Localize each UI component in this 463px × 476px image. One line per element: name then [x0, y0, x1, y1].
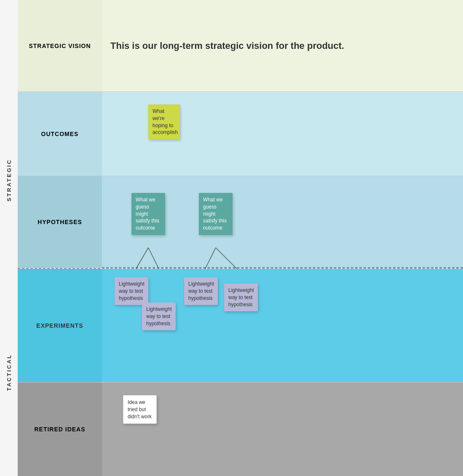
hypotheses-label-text: HYPOTHESES	[37, 219, 82, 225]
retired-label: RETIRED IDEAS	[18, 382, 102, 476]
strategic-label: STRATEGIC	[6, 159, 12, 201]
vision-content: This is our long-term strategic vision f…	[102, 0, 463, 91]
experiments-label: EXPERIMENTS	[18, 269, 102, 382]
experiment-sticky-4-text: Lightweight way to test hypothesis	[228, 287, 254, 308]
outcomes-row: OUTCOMES What we're hoping to accomplish	[18, 92, 463, 176]
app-container: STRATEGIC TACTICAL STRATEGIC VISION This…	[0, 0, 463, 476]
vision-label-text: STRATEGIC VISION	[29, 43, 91, 49]
outcomes-label: OUTCOMES	[18, 92, 102, 176]
retired-label-text: RETIRED IDEAS	[34, 426, 85, 433]
side-strategic-segment: STRATEGIC	[0, 92, 18, 269]
experiment-sticky-4[interactable]: Lightweight way to test hypothesis	[224, 283, 258, 311]
side-spacer	[0, 0, 18, 92]
hypothesis-sticky-1[interactable]: What we guess might satisfy this outcome	[131, 193, 165, 235]
tactical-label: TACTICAL	[6, 354, 12, 391]
outcomes-label-text: OUTCOMES	[41, 131, 79, 137]
experiments-label-text: EXPERIMENTS	[36, 322, 83, 329]
hypothesis-sticky-1-text: What we guess might satisfy this outcome	[136, 197, 159, 231]
vision-row: STRATEGIC VISION This is our long-term s…	[18, 0, 463, 92]
rows-wrapper: STRATEGIC VISION This is our long-term s…	[18, 0, 463, 476]
experiment-sticky-2-text: Lightweight way to test hypothesis	[146, 306, 172, 326]
retired-row: RETIRED IDEAS Idea we tried but didn't w…	[18, 382, 463, 476]
side-tactical-segment: TACTICAL	[0, 269, 18, 476]
hypotheses-label: HYPOTHESES	[18, 176, 102, 268]
experiments-content: Lightweight way to test hypothesis Light…	[102, 269, 463, 382]
hypothesis-sticky-2-text: What we guess might satisfy this outcome	[203, 197, 227, 231]
experiment-sticky-2[interactable]: Lightweight way to test hypothesis	[142, 302, 176, 330]
experiment-sticky-3[interactable]: Lightweight way to test hypothesis	[184, 277, 218, 305]
experiments-row: EXPERIMENTS Lightweight way to test hypo…	[18, 269, 463, 382]
experiment-sticky-1[interactable]: Lightweight way to test hypothesis	[115, 277, 148, 305]
vision-label: STRATEGIC VISION	[18, 0, 102, 91]
experiment-sticky-1-text: Lightweight way to test hypothesis	[119, 281, 145, 301]
vision-text: This is our long-term strategic vision f…	[110, 40, 344, 51]
outcome-sticky-1-text: What we're hoping to accomplish	[153, 108, 178, 135]
side-bar: STRATEGIC TACTICAL	[0, 0, 18, 476]
retired-sticky-1-text: Idea we tried but didn't work	[128, 399, 152, 420]
retired-sticky-1[interactable]: Idea we tried but didn't work	[123, 395, 157, 424]
outcomes-content: What we're hoping to accomplish	[102, 92, 463, 176]
retired-content: Idea we tried but didn't work	[102, 382, 463, 476]
hypotheses-content: What we guess might satisfy this outcome…	[102, 176, 463, 268]
hypothesis-sticky-2[interactable]: What we guess might satisfy this outcome	[199, 193, 233, 235]
hypotheses-row: HYPOTHESES What we guess might satisfy t…	[18, 176, 463, 269]
outcome-sticky-1[interactable]: What we're hoping to accomplish	[148, 104, 180, 139]
experiment-sticky-3-text: Lightweight way to test hypothesis	[188, 281, 214, 301]
